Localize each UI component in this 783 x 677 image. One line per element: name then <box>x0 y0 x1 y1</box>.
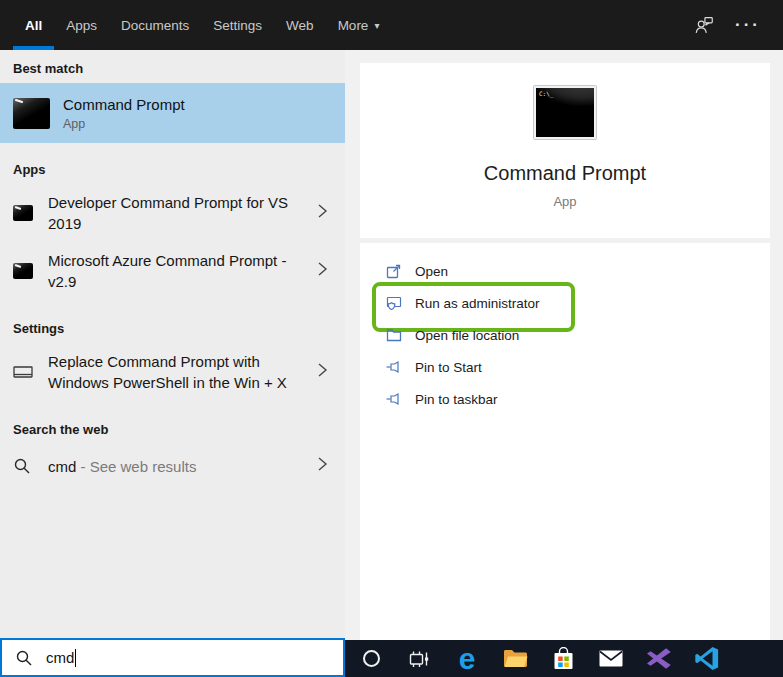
edge-icon: e <box>459 646 476 672</box>
system-window-icon <box>13 364 33 380</box>
pin-icon <box>386 359 402 375</box>
visual-studio-icon <box>647 646 672 671</box>
preview-panel: C:\_ Command Prompt App Open Run as admi… <box>345 50 783 640</box>
microsoft-store-button[interactable] <box>550 646 576 672</box>
feedback-button[interactable] <box>691 12 717 38</box>
action-open-file-location[interactable]: Open file location <box>360 319 770 351</box>
file-explorer-button[interactable] <box>502 646 528 672</box>
cortana-button[interactable] <box>358 646 384 672</box>
chevron-down-icon: ▾ <box>374 20 379 31</box>
chevron-right-icon[interactable] <box>317 455 329 477</box>
best-match-subtitle: App <box>63 117 185 131</box>
terminal-icon <box>13 263 33 279</box>
result-replace-cmd-setting[interactable]: Replace Command Prompt with Windows Powe… <box>0 343 345 401</box>
tab-settings[interactable]: Settings <box>201 0 274 50</box>
windows-search-flyout: All Apps Documents Settings Web More ▾ ·… <box>0 0 783 677</box>
edge-button[interactable]: e <box>454 646 480 672</box>
chevron-right-icon[interactable] <box>317 260 329 282</box>
web-query-text: cmd <box>48 458 76 475</box>
search-input[interactable]: cmd <box>0 638 345 677</box>
task-view-icon <box>408 648 430 670</box>
folder-icon <box>386 327 402 343</box>
search-input-value: cmd <box>46 649 74 666</box>
vs-code-icon <box>695 646 720 671</box>
result-web-search[interactable]: cmd - See web results <box>0 444 345 488</box>
mail-icon <box>599 650 623 667</box>
section-settings: Settings <box>0 310 345 343</box>
tab-all[interactable]: All <box>13 0 54 50</box>
mail-button[interactable] <box>598 646 624 672</box>
tab-web[interactable]: Web <box>274 0 326 50</box>
text-cursor <box>75 649 76 667</box>
run-as-admin-icon <box>386 295 402 311</box>
tab-more[interactable]: More ▾ <box>326 0 392 50</box>
preview-title: Command Prompt <box>484 162 646 185</box>
more-options-button[interactable]: ··· <box>735 12 761 38</box>
terminal-icon <box>13 205 33 221</box>
result-developer-command-prompt[interactable]: Developer Command Prompt for VS 2019 <box>0 184 345 242</box>
result-azure-command-prompt[interactable]: Microsoft Azure Command Prompt - v2.9 <box>0 242 345 300</box>
header-actions: ··· <box>691 0 783 50</box>
best-match-result[interactable]: Command Prompt App <box>0 83 345 143</box>
feedback-icon <box>693 14 715 36</box>
action-pin-to-taskbar[interactable]: Pin to taskbar <box>360 383 770 415</box>
best-match-title: Command Prompt <box>63 96 185 113</box>
command-prompt-icon <box>13 98 50 129</box>
section-search-web: Search the web <box>0 411 345 444</box>
tab-documents[interactable]: Documents <box>109 0 201 50</box>
preview-subtitle: App <box>553 194 576 209</box>
action-pin-to-start[interactable]: Pin to Start <box>360 351 770 383</box>
file-explorer-icon <box>503 648 528 669</box>
visual-studio-button[interactable] <box>646 646 672 672</box>
command-prompt-large-icon: C:\_ <box>534 86 596 139</box>
search-icon <box>13 457 31 475</box>
preview-actions-card: Open Run as administrator Open file loca… <box>360 243 770 640</box>
task-view-button[interactable] <box>406 646 432 672</box>
preview-header-card: C:\_ Command Prompt App <box>360 63 770 238</box>
chevron-right-icon[interactable] <box>317 361 329 383</box>
cortana-icon <box>363 650 380 667</box>
ellipsis-icon: ··· <box>735 15 761 35</box>
section-apps: Apps <box>0 151 345 184</box>
taskbar: e <box>345 640 783 677</box>
search-results-panel: Best match Command Prompt App Apps Devel… <box>0 50 345 638</box>
action-open[interactable]: Open <box>360 255 770 287</box>
open-icon <box>386 263 402 279</box>
action-run-as-administrator[interactable]: Run as administrator <box>360 287 770 319</box>
section-best-match: Best match <box>0 50 345 83</box>
pin-icon <box>386 391 402 407</box>
search-icon <box>15 649 33 667</box>
search-filter-bar: All Apps Documents Settings Web More ▾ ·… <box>0 0 783 50</box>
chevron-right-icon[interactable] <box>317 202 329 224</box>
web-results-hint: - See web results <box>81 458 197 475</box>
vs-code-button[interactable] <box>694 646 720 672</box>
tab-apps[interactable]: Apps <box>54 0 109 50</box>
microsoft-store-icon <box>553 647 574 670</box>
